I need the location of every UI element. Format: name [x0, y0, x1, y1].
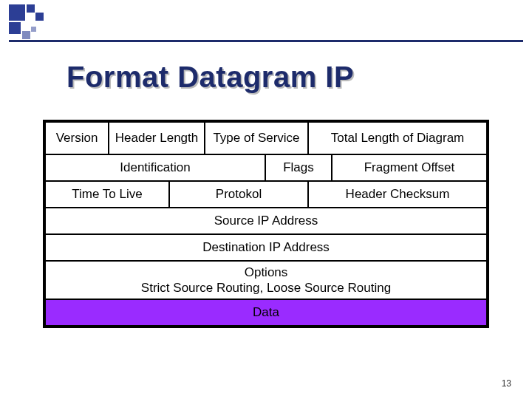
diagram-row-5: Destination IP Address	[45, 234, 487, 261]
decor-square	[35, 13, 44, 21]
diagram-row-4: Source IP Address	[45, 208, 487, 234]
field-header-checksum: Header Checksum	[308, 181, 487, 208]
field-data: Data	[45, 299, 487, 326]
diagram-row-2: Identification Flags Fragment Offset	[45, 154, 487, 181]
diagram-row-6: OptionsStrict Source Routing, Loose Sour…	[45, 261, 487, 299]
field-identification: Identification	[45, 154, 265, 181]
field-fragment-offset: Fragment Offset	[332, 154, 487, 181]
slide-container: Format Datagram IP Version Header Length…	[0, 0, 532, 399]
field-total-length: Total Length of Diagram	[308, 122, 487, 154]
diagram-row-7: Data	[45, 299, 487, 326]
field-source-ip: Source IP Address	[45, 208, 487, 234]
field-flags: Flags	[265, 154, 332, 181]
field-version: Version	[45, 122, 109, 154]
field-header-length: Header Length	[109, 122, 205, 154]
header-rule	[9, 40, 523, 42]
decor-square	[22, 31, 30, 39]
decor-square	[27, 4, 35, 13]
corner-decoration	[9, 4, 50, 37]
page-number: 13	[502, 378, 511, 389]
decor-square	[9, 4, 25, 21]
field-destination-ip: Destination IP Address	[45, 234, 487, 261]
field-type-of-service: Type of Service	[205, 122, 308, 154]
field-ttl: Time To Live	[45, 181, 169, 208]
diagram-row-3: Time To Live Protokol Header Checksum	[45, 181, 487, 208]
slide-title: Format Datagram IP	[66, 61, 354, 94]
ip-datagram-diagram: Version Header Length Type of Service To…	[43, 120, 489, 328]
decor-square	[9, 22, 21, 34]
decor-square	[31, 27, 36, 32]
field-options: OptionsStrict Source Routing, Loose Sour…	[45, 261, 487, 299]
diagram-row-1: Version Header Length Type of Service To…	[45, 122, 487, 154]
field-protocol: Protokol	[169, 181, 308, 208]
